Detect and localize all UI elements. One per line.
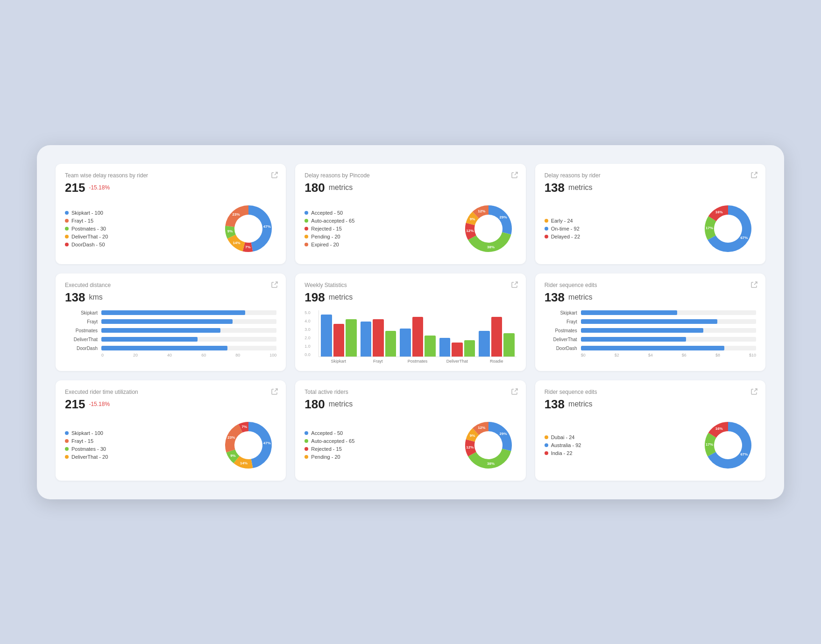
grouped-bar — [361, 322, 371, 357]
legend-label: Frayt - 15 — [71, 438, 93, 444]
group-label: DeliverThat — [439, 359, 475, 364]
svg-text:14%: 14% — [240, 461, 248, 465]
metric-unit: kms — [89, 293, 102, 301]
bar-label: Skipkart — [545, 310, 577, 315]
bar-label: DeliverThat — [545, 337, 577, 342]
group-label: Postmates — [400, 359, 436, 364]
external-link-icon[interactable] — [750, 281, 758, 288]
legend-label: DeliverThat - 20 — [71, 234, 108, 239]
legend-label: Pending - 20 — [311, 454, 340, 460]
legend-item: Postmates - 30 — [65, 446, 215, 452]
y-label: 0.0 — [304, 352, 311, 357]
svg-text:9%: 9% — [230, 453, 236, 457]
grouped-bar — [452, 343, 462, 357]
donut-chart: 67%17%16% — [700, 417, 756, 473]
legend-item: Frayt - 15 — [65, 218, 215, 224]
bar-row: Postmates — [545, 328, 756, 333]
axis-label: 80 — [235, 353, 240, 357]
bar-row: Skipkart — [65, 310, 276, 315]
legend-dot — [304, 211, 308, 215]
bar-row: DoorDash — [545, 346, 756, 351]
legend-item: Expired - 20 — [304, 242, 454, 247]
external-link-icon[interactable] — [511, 171, 518, 179]
bar-fill — [101, 328, 220, 333]
legend-label: DeliverThat - 20 — [71, 454, 108, 460]
metric-value: 138 — [545, 290, 565, 305]
svg-text:17%: 17% — [706, 442, 713, 446]
bar-row: DoorDash — [65, 346, 276, 351]
metric-value: 215 — [65, 181, 85, 195]
legend-dot — [65, 211, 69, 215]
bar-track — [101, 328, 276, 333]
legend-label: Rejected - 15 — [311, 446, 341, 452]
bar-label: Skipkart — [65, 310, 98, 315]
donut-section: Accepted - 50 Auto-accepted - 65 Rejecte… — [304, 201, 516, 257]
legend-dot — [545, 443, 548, 447]
grouped-bar — [346, 319, 356, 357]
grouped-bar — [503, 333, 514, 357]
bar-fill — [101, 319, 233, 324]
external-link-icon[interactable] — [271, 281, 278, 288]
metric-unit: metrics — [568, 293, 593, 301]
external-link-icon[interactable] — [511, 388, 518, 395]
legend-item: Postmates - 30 — [65, 226, 215, 231]
grouped-bar — [412, 317, 423, 357]
external-link-icon[interactable] — [271, 388, 278, 395]
metric-value: 138 — [545, 397, 565, 412]
legend-item: Dubai - 24 — [545, 434, 694, 440]
card-metric: 138metrics — [545, 290, 756, 305]
card-metric: 180metrics — [304, 397, 516, 412]
grouped-bar — [373, 319, 383, 357]
svg-text:12%: 12% — [466, 445, 474, 449]
bar-row: Skipkart — [545, 310, 756, 315]
svg-text:38%: 38% — [487, 461, 495, 465]
card-weekly-stats: Weekly Statistics 198metrics 5.04.03.02.… — [295, 273, 525, 371]
legend-dot — [65, 447, 69, 451]
card-title: Executed rider time utilization — [65, 389, 276, 395]
card-title: Rider sequence edits — [545, 389, 756, 395]
group-label: Skipkart — [320, 359, 356, 364]
legend-dot — [304, 227, 308, 231]
external-link-icon[interactable] — [750, 171, 758, 179]
legend-item: DeliverThat - 20 — [65, 234, 215, 239]
svg-text:9%: 9% — [469, 433, 475, 437]
legend-dot — [545, 227, 548, 231]
legend-label: Accepted - 50 — [311, 430, 343, 436]
bar-track — [101, 346, 276, 350]
legend-dot — [304, 439, 308, 443]
bar-track — [581, 337, 756, 342]
legend: Skipkart - 100 Frayt - 15 Postmates - 30… — [65, 210, 215, 247]
svg-text:29%: 29% — [499, 215, 507, 219]
legend-label: India - 22 — [551, 450, 573, 456]
card-title: Executed distance — [65, 282, 276, 288]
legend-dot — [545, 451, 548, 455]
bar-track — [101, 310, 276, 315]
external-link-icon[interactable] — [511, 281, 518, 288]
bar-label: Frayt — [65, 319, 98, 324]
legend-dot — [65, 455, 69, 459]
bar-track — [101, 319, 276, 324]
card-exec-distance: Executed distance 138kms Skipkart Frayt … — [56, 273, 286, 371]
bar-row: Frayt — [545, 319, 756, 324]
card-team-delay: Team wise delay reasons by rider 215-15.… — [56, 164, 286, 264]
bar-label: Postmates — [65, 328, 98, 333]
axis-label: $4 — [648, 353, 653, 357]
metric-unit: metrics — [329, 293, 353, 301]
donut-chart: 67%17%16% — [700, 201, 756, 257]
axis-label: $10 — [749, 353, 756, 357]
external-link-icon[interactable] — [271, 171, 278, 179]
legend-item: Early - 24 — [545, 218, 694, 224]
legend-dot — [304, 455, 308, 459]
grouped-bar — [479, 331, 489, 357]
legend-item: DeliverThat - 20 — [65, 454, 215, 460]
legend: Accepted - 50 Auto-accepted - 65 Rejecte… — [304, 430, 454, 460]
donut-section: Skipkart - 100 Frayt - 15 Postmates - 30… — [65, 417, 276, 473]
card-delay-pincode: Delay reasons by Pincode 180metrics Acce… — [295, 164, 525, 264]
grouped-bar — [400, 329, 410, 357]
axis-label: 40 — [167, 353, 172, 357]
card-metric: 138metrics — [545, 397, 756, 412]
external-link-icon[interactable] — [750, 388, 758, 395]
legend-dot — [545, 235, 548, 238]
bar-fill — [581, 346, 725, 350]
bar-label: DeliverThat — [65, 337, 98, 342]
